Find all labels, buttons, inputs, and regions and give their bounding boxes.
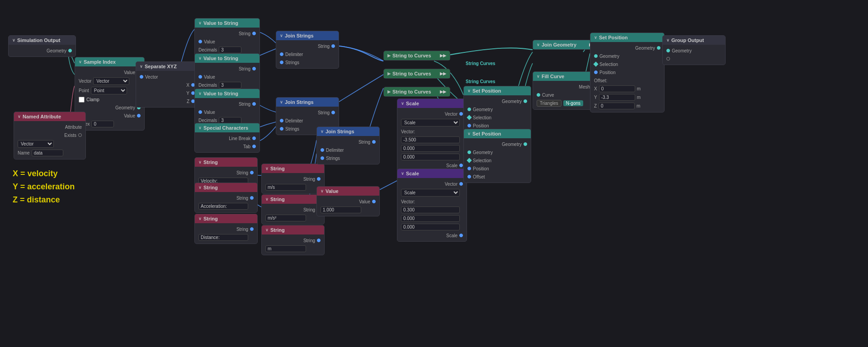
distance-input-row	[195, 233, 257, 242]
value-out-row: Value	[317, 197, 379, 206]
y-offset[interactable]	[599, 94, 635, 101]
legend-line1: X = velocity	[13, 167, 75, 180]
strings-row-j3: Strings	[317, 154, 379, 162]
string-out-row: String	[195, 29, 259, 38]
join-geom-title: Join Geometry	[542, 42, 576, 47]
vector-out-s1: Vector	[397, 110, 467, 118]
vts2-body: String Value Decimals	[195, 63, 259, 91]
string-out-row2: String	[195, 65, 259, 73]
string-ms-node: ∨ String String	[261, 164, 325, 194]
join-strings-1-node: ∨ Join Strings String Delimiter Strings	[276, 31, 339, 69]
decimals-input-2[interactable]	[219, 82, 241, 89]
exists-row: Exists	[14, 131, 85, 139]
scale2-select[interactable]: Scale	[401, 189, 460, 197]
special-characters-node: ∨ Special Characters Line Break Tab	[194, 123, 260, 153]
triangles-btn[interactable]: Triangles	[537, 100, 561, 107]
sp2-body: Geometry Geometry Selection Position Off…	[464, 138, 531, 183]
value-number-input[interactable]	[321, 206, 361, 213]
distance-input[interactable]	[198, 234, 248, 241]
set-position-3-node: ∨ Set Position Geometry Geometry Selecti…	[590, 33, 665, 113]
string-out-m: String	[262, 236, 324, 244]
x-offset[interactable]	[599, 85, 635, 92]
value-row: Value	[75, 68, 144, 76]
z-offset-row: Z m	[590, 102, 664, 110]
string-to-curves-3-node: ▶ String to Curves ▶▶	[383, 87, 450, 97]
name-row: Name	[14, 149, 85, 157]
geometry-in-sp3: Geometry	[590, 52, 664, 60]
z-offset[interactable]	[599, 103, 635, 109]
decimals-input-1[interactable]	[219, 47, 241, 53]
fill-curve-header: ∨ Fill Curve	[533, 72, 599, 81]
acceleration-input[interactable]	[198, 203, 248, 210]
separate-xyz-title: Separate XYZ	[145, 64, 177, 69]
position-sp2: Position	[464, 164, 531, 173]
join1-header: ∨ Join Strings	[276, 31, 339, 40]
stc1-header: ▶ String to Curves ▶▶	[384, 51, 450, 60]
string-acceleration-node: ∨ String String	[194, 183, 258, 213]
value-in-row2: Value	[195, 73, 259, 81]
stc2-title: String to Curves	[392, 71, 431, 76]
vector2-label-row: Vector:	[397, 197, 467, 206]
ms2-input-row	[262, 214, 324, 222]
separate-xyz-header: ∨ Separate XYZ	[136, 62, 198, 71]
string-acc-body: String	[195, 192, 257, 212]
point-select[interactable]: Point	[91, 87, 127, 94]
string-dist-header: ∨ String	[195, 214, 257, 223]
name-input[interactable]	[32, 150, 63, 156]
string-out-j2: String	[276, 108, 339, 117]
z-val-row	[397, 153, 467, 161]
vts1-title: Value to String	[203, 20, 238, 26]
string-ms-header: ∨ String	[262, 164, 324, 173]
scale1-header: ∨ Scale	[397, 99, 467, 108]
scale1-x[interactable]	[401, 136, 460, 143]
vector-type-select[interactable]: Vector	[18, 140, 54, 148]
vts3-header: ∨ Value to String	[195, 89, 259, 98]
scale1-y[interactable]	[401, 145, 460, 152]
scale2-header: ∨ Scale	[397, 169, 467, 178]
ngons-btn[interactable]: N-gons	[563, 100, 583, 106]
x-val-row	[397, 136, 467, 144]
string-curves-label-1: String Curves	[466, 61, 495, 66]
index-input[interactable]	[91, 121, 114, 127]
vector-select[interactable]: Vector	[93, 77, 129, 85]
string-ms2-title: String	[270, 197, 285, 202]
clamp-checkbox[interactable]	[79, 97, 85, 103]
group-out-body: Geometry	[663, 45, 725, 65]
scale2-z[interactable]	[401, 224, 460, 230]
named-attribute-node: ∨ Named Attribute Attribute Exists Vecto…	[14, 112, 86, 159]
selection-sp2: Selection	[464, 156, 531, 164]
named-attribute-header: ∨ Named Attribute	[14, 112, 85, 121]
string-out-ms: String	[262, 175, 324, 183]
scale2-y[interactable]	[401, 215, 460, 222]
simulation-output-body: Geometry	[9, 45, 75, 56]
position-sp3: Position	[590, 68, 664, 76]
mesh-out: Mesh	[533, 83, 599, 91]
geometry-row: Geometry	[9, 47, 75, 55]
string-out-acc: String	[195, 194, 257, 202]
separate-xyz-node: ∨ Separate XYZ Vector X Y Z	[136, 61, 199, 108]
x-row: X	[136, 81, 198, 89]
delimiter-row-j3: Delimiter	[317, 146, 379, 154]
m-input-row	[262, 244, 324, 253]
legend-line2: Y = acceleration	[13, 180, 75, 193]
strings-row-j1: Strings	[276, 58, 339, 66]
ms-input-row	[262, 183, 324, 192]
vector-label-row: Vector:	[397, 127, 467, 136]
scale2-x[interactable]	[401, 206, 460, 213]
vector-out-s2: Vector	[397, 180, 467, 188]
scale1-z[interactable]	[401, 154, 460, 160]
geometry-socket-out	[68, 49, 72, 52]
ms-input[interactable]	[265, 184, 306, 191]
geometry-out-sp1: Geometry	[464, 97, 531, 105]
tab-row: Tab	[195, 142, 259, 150]
value-num-row	[317, 206, 379, 214]
join-geom-header: ∨ Join Geometry ▶▶	[533, 40, 599, 49]
m-input[interactable]	[265, 245, 306, 252]
offset-sp2: Offset	[464, 173, 531, 181]
ms2-input[interactable]	[265, 215, 306, 221]
scale1-title: Scale	[406, 101, 419, 106]
delimiter-row-j2: Delimiter	[276, 117, 339, 125]
string-m-title: String	[270, 227, 285, 233]
named-attribute-body: Attribute Exists Vector Name	[14, 121, 85, 159]
scale1-select[interactable]: Scale	[401, 119, 460, 127]
